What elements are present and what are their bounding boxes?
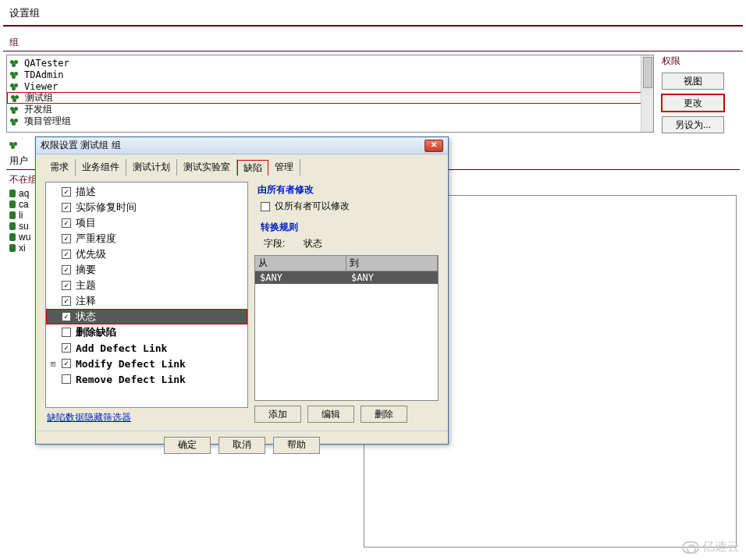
save-as-button[interactable]: 另设为... bbox=[662, 116, 724, 133]
tree-row[interactable]: 删除缺陷 bbox=[46, 324, 247, 340]
tree-checkbox[interactable] bbox=[62, 250, 71, 259]
tree-row[interactable]: 项目 bbox=[46, 215, 247, 231]
owner-only-checkbox[interactable] bbox=[261, 202, 270, 211]
field-label: 字段: bbox=[264, 237, 285, 250]
group-item[interactable]: 开发组 bbox=[7, 104, 653, 115]
group-icon bbox=[11, 94, 22, 103]
tree-checkbox[interactable] bbox=[62, 374, 71, 384]
group-item[interactable]: TDAdmin bbox=[7, 69, 653, 80]
group-list[interactable]: QATesterTDAdminViewer测试组开发组项目管理组 bbox=[6, 55, 654, 133]
field-value: 状态 bbox=[304, 237, 322, 250]
cloud-icon bbox=[682, 541, 699, 554]
group-item[interactable]: QATester bbox=[7, 57, 653, 69]
table-row[interactable]: $ANY$ANY bbox=[255, 271, 438, 284]
table-cell: $ANY bbox=[255, 271, 346, 284]
tree-label: 注释 bbox=[76, 294, 96, 308]
tree-checkbox[interactable] bbox=[62, 187, 71, 197]
tree-checkbox[interactable] bbox=[62, 281, 71, 290]
tree-checkbox[interactable] bbox=[62, 312, 71, 321]
tree-checkbox[interactable] bbox=[62, 296, 71, 306]
help-button[interactable]: 帮助 bbox=[273, 437, 320, 454]
scroll-thumb[interactable] bbox=[643, 57, 652, 88]
close-icon[interactable]: ✕ bbox=[425, 140, 443, 152]
tab[interactable]: 缺陷 bbox=[237, 160, 268, 175]
page-title: 设置组 bbox=[0, 0, 746, 23]
tree-label: 项目 bbox=[76, 216, 96, 230]
user-name: ca bbox=[19, 199, 29, 210]
permissions-tree[interactable]: 描述实际修复时间项目严重程度优先级摘要主题注释状态删除缺陷Add Defect … bbox=[45, 182, 248, 408]
table-header-cell[interactable]: 到 bbox=[346, 256, 438, 271]
add-button[interactable]: 添加 bbox=[254, 406, 301, 423]
group-icon bbox=[10, 82, 21, 91]
tree-label: 删除缺陷 bbox=[76, 325, 116, 339]
tree-row[interactable]: 状态 bbox=[46, 309, 247, 324]
watermark: 亿速云 bbox=[682, 539, 740, 555]
tree-row[interactable]: 摘要 bbox=[46, 262, 247, 278]
cancel-button[interactable]: 取消 bbox=[218, 437, 265, 454]
tree-row[interactable]: 描述 bbox=[46, 184, 247, 200]
tree-row[interactable]: 优先级 bbox=[46, 246, 247, 262]
edit-button[interactable]: 编辑 bbox=[307, 406, 354, 423]
group-item-label: Viewer bbox=[24, 81, 58, 92]
tree-checkbox[interactable] bbox=[62, 234, 71, 243]
group-item-label: TDAdmin bbox=[24, 69, 64, 80]
tree-row[interactable]: 实际修复时间 bbox=[46, 200, 247, 215]
tree-row[interactable]: 注释 bbox=[46, 293, 247, 309]
user-name: wu bbox=[19, 232, 30, 243]
tree-label: 严重程度 bbox=[76, 232, 116, 246]
user-name: li bbox=[19, 210, 23, 221]
tree-label: 优先级 bbox=[76, 247, 106, 261]
tree-label: 实际修复时间 bbox=[76, 200, 137, 214]
tab[interactable]: 业务组件 bbox=[76, 159, 126, 175]
user-name: aq bbox=[19, 188, 29, 199]
user-icon bbox=[9, 190, 16, 197]
tree-checkbox[interactable] bbox=[62, 203, 71, 212]
tab[interactable]: 需求 bbox=[44, 159, 76, 175]
transition-title: 转换规则 bbox=[258, 219, 435, 236]
view-button[interactable]: 视图 bbox=[662, 73, 724, 90]
users-icon bbox=[9, 140, 20, 150]
table-header-cell[interactable]: 从 bbox=[255, 256, 346, 271]
group-item-label: 项目管理组 bbox=[24, 115, 71, 128]
tree-label: 描述 bbox=[76, 185, 96, 199]
tree-row[interactable]: 主题 bbox=[46, 278, 247, 293]
transition-table[interactable]: 从到 $ANY$ANY bbox=[254, 255, 439, 401]
permissions-label: 权限 bbox=[662, 55, 740, 68]
tree-checkbox[interactable] bbox=[62, 265, 71, 275]
divider bbox=[3, 25, 743, 27]
permissions-dialog: 权限设置 测试组 组 ✕ 需求业务组件测试计划测试实验室缺陷管理 描述实际修复时… bbox=[35, 136, 449, 445]
tree-label: Add Defect Link bbox=[76, 342, 167, 354]
tab[interactable]: 测试计划 bbox=[126, 159, 177, 175]
delete-button[interactable]: 删除 bbox=[361, 406, 407, 423]
group-icon bbox=[10, 117, 21, 126]
tab[interactable]: 测试实验室 bbox=[177, 159, 237, 175]
tree-row[interactable]: Add Defect Link bbox=[46, 340, 247, 356]
tree-checkbox[interactable] bbox=[62, 328, 71, 337]
owner-only-label: 仅所有者可以修改 bbox=[275, 200, 350, 213]
dialog-title: 权限设置 测试组 组 bbox=[41, 139, 121, 152]
tree-row[interactable]: 严重程度 bbox=[46, 231, 247, 246]
table-cell: $ANY bbox=[346, 271, 438, 284]
user-icon bbox=[9, 200, 16, 208]
dialog-tabs: 需求业务组件测试计划测试实验室缺陷管理 bbox=[36, 154, 448, 175]
tree-label: Remove Defect Link bbox=[76, 374, 186, 385]
tree-checkbox[interactable] bbox=[62, 218, 71, 228]
ok-button[interactable]: 确定 bbox=[164, 437, 211, 454]
tree-checkbox[interactable] bbox=[62, 359, 71, 368]
group-item[interactable]: 测试组 bbox=[7, 92, 653, 104]
dialog-titlebar[interactable]: 权限设置 测试组 组 ✕ bbox=[36, 137, 448, 154]
scrollbar[interactable] bbox=[641, 55, 653, 132]
change-button[interactable]: 更改 bbox=[662, 94, 724, 112]
group-item[interactable]: 项目管理组 bbox=[7, 115, 653, 127]
tree-row[interactable]: ⊞Modify Defect Link bbox=[46, 356, 247, 371]
tree-checkbox[interactable] bbox=[62, 343, 71, 353]
group-item-label: QATester bbox=[24, 58, 69, 69]
group-item[interactable]: Viewer bbox=[7, 80, 653, 92]
group-icon bbox=[10, 70, 21, 80]
defect-filter-link[interactable]: 缺陷数据隐藏筛选器 bbox=[45, 408, 248, 427]
user-name: su bbox=[19, 221, 29, 232]
tree-row[interactable]: Remove Defect Link bbox=[46, 371, 247, 387]
tree-label: 状态 bbox=[76, 310, 96, 324]
expand-icon[interactable]: ⊞ bbox=[49, 360, 57, 368]
tab[interactable]: 管理 bbox=[268, 159, 300, 175]
